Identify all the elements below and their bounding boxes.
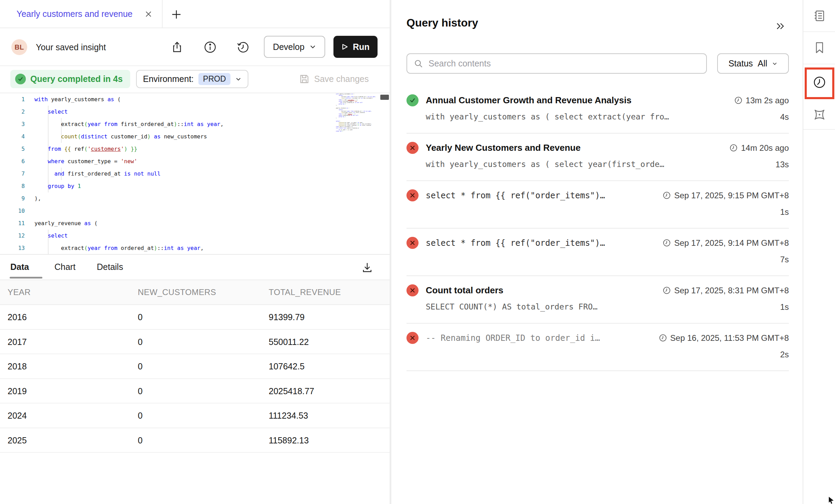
query-history-item[interactable]: Annual Customer Growth and Revenue Analy… — [406, 86, 789, 134]
query-history-item[interactable]: select * from {{ ref("order_items")… Sep… — [406, 229, 789, 276]
clock-icon — [662, 239, 671, 247]
info-icon[interactable] — [203, 40, 217, 54]
code-line[interactable]: extract(year from ordered_at)::int as ye… — [34, 242, 334, 254]
page-title: Query history — [406, 17, 478, 29]
table-cell: 0 — [138, 379, 143, 403]
table-row[interactable]: 20180107642.5 — [0, 354, 390, 379]
table-cell: 2018 — [8, 354, 27, 378]
table-row[interactable]: 20240111234.53 — [0, 403, 390, 428]
table-cell: 91399.79 — [269, 305, 305, 329]
code-line[interactable] — [34, 205, 334, 217]
tab-yearly-customers[interactable]: Yearly customers and revenue — [0, 0, 162, 28]
table-cell: 0 — [138, 403, 143, 428]
search-box[interactable] — [406, 53, 707, 74]
line-number: 14 — [0, 254, 25, 255]
table-row[interactable]: 2016091399.79 — [0, 305, 390, 330]
notebook-icon[interactable] — [803, 0, 835, 32]
compass-icon[interactable] — [803, 100, 835, 130]
minimap-line: order by 1 — [336, 130, 380, 132]
version-history-icon[interactable] — [236, 40, 250, 54]
table-cell: 0 — [138, 428, 143, 452]
code-line[interactable]: sum(order_total) as total_revenue — [34, 254, 334, 255]
code-line[interactable]: ), — [34, 192, 334, 205]
table-row[interactable]: 20170550011.22 — [0, 330, 390, 355]
column-header[interactable]: YEAR — [8, 280, 31, 304]
editor-code[interactable]: with yearly_customers as ( select extrac… — [34, 93, 334, 255]
table-cell: 2019 — [8, 379, 27, 403]
share-icon[interactable] — [170, 40, 184, 54]
query-duration: 1s — [780, 302, 789, 312]
query-preview: SELECT COUNT(*) AS total_orders FRO… — [426, 302, 598, 311]
table-cell: 111234.53 — [269, 403, 308, 428]
code-line[interactable]: where customer_type = 'new' — [34, 155, 334, 168]
status-filter-value: All — [758, 59, 767, 69]
query-history-item[interactable]: Count total orders Sep 17, 2025, 8:31 PM… — [406, 276, 789, 324]
error-icon — [406, 237, 419, 249]
error-icon — [406, 142, 419, 154]
saved-insight-label: Your saved insight — [36, 28, 106, 66]
tab-details[interactable]: Details — [97, 255, 123, 279]
close-icon[interactable] — [143, 8, 154, 20]
query-duration: 1s — [780, 207, 789, 217]
table-row[interactable]: 20250115892.13 — [0, 428, 390, 453]
environment-select[interactable]: Environment: PROD — [136, 70, 248, 88]
right-icon-rail — [803, 0, 835, 504]
column-header[interactable]: TOTAL_REVENUE — [269, 280, 341, 304]
save-changes-label: Save changes — [314, 74, 369, 84]
collapse-panel-icon[interactable] — [772, 19, 787, 33]
editor-scrollbar[interactable] — [380, 93, 390, 255]
query-duration: 7s — [780, 255, 789, 264]
status-filter-button[interactable]: Status All — [717, 53, 789, 74]
query-title: select * from {{ ref("order_items")… — [426, 191, 662, 200]
new-tab-button[interactable] — [169, 7, 184, 22]
code-line[interactable]: extract(year from first_ordered_at)::int… — [34, 118, 334, 130]
search-input[interactable] — [429, 59, 699, 69]
code-line[interactable]: and first_ordered_at is not null — [34, 168, 334, 180]
query-title: Count total orders — [426, 285, 662, 296]
save-changes-button[interactable]: Save changes — [299, 70, 369, 88]
clock-icon — [734, 96, 743, 105]
code-line[interactable]: select — [34, 106, 334, 118]
code-line[interactable]: with yearly_customers as ( — [34, 93, 334, 106]
column-header[interactable]: NEW_CUSTOMERS — [138, 280, 216, 304]
line-number: 9 — [0, 192, 25, 205]
code-line[interactable]: count(distinct customer_id) as new_custo… — [34, 130, 334, 143]
code-line[interactable]: group by 1 — [34, 180, 334, 192]
develop-label: Develop — [273, 42, 305, 52]
query-duration: 2s — [780, 350, 789, 359]
query-timestamp: Sep 17, 2025, 9:15 PM GMT+8 — [662, 191, 789, 200]
line-number: 2 — [0, 106, 25, 118]
code-line[interactable]: select — [34, 230, 334, 242]
sql-editor[interactable]: 1234567891011121314151617181920212223242… — [0, 93, 390, 255]
error-icon — [406, 284, 419, 296]
save-icon — [299, 74, 310, 84]
table-cell: 2016 — [8, 305, 27, 329]
scrollbar-thumb[interactable] — [380, 95, 389, 100]
table-row[interactable]: 201902025418.77 — [0, 379, 390, 404]
tab-data[interactable]: Data — [10, 255, 29, 279]
query-timestamp: 14m 20s ago — [729, 143, 789, 153]
editor-minimap[interactable]: with yearly_customers as ( select extrac… — [336, 93, 380, 255]
query-history-item[interactable]: select * from {{ ref("order_items")… Sep… — [406, 181, 789, 229]
line-number: 10 — [0, 205, 25, 217]
download-icon[interactable] — [360, 261, 374, 274]
editor-panel: Yearly customers and revenue BL Your sav… — [0, 0, 390, 504]
chevron-down-icon — [235, 76, 241, 82]
query-timestamp: Sep 17, 2025, 9:14 PM GMT+8 — [662, 238, 789, 248]
results-tab-bar: Data Chart Details — [0, 255, 390, 280]
environment-value: PROD — [198, 73, 230, 85]
query-history-item[interactable]: -- Renaming ORDER_ID to order_id i… Sep … — [406, 324, 789, 371]
tab-title[interactable]: Yearly customers and revenue — [17, 0, 133, 28]
tab-bar: Yearly customers and revenue — [0, 0, 390, 28]
code-line[interactable]: yearly_revenue as ( — [34, 217, 334, 230]
tab-chart[interactable]: Chart — [54, 255, 75, 279]
status-row: Query completed in 4s Environment: PROD … — [0, 66, 390, 93]
query-history-list: Annual Customer Growth and Revenue Analy… — [406, 86, 789, 371]
bookmark-icon[interactable] — [803, 32, 835, 64]
query-history-item[interactable]: Yearly New Customers and Revenue 14m 20s… — [406, 134, 789, 181]
query-preview: with yearly_customers as ( select year(f… — [426, 160, 664, 169]
code-line[interactable]: from {{ ref('customers') }} — [34, 143, 334, 155]
develop-button[interactable]: Develop — [264, 36, 325, 58]
run-button[interactable]: Run — [333, 36, 378, 58]
line-number: 12 — [0, 230, 25, 242]
